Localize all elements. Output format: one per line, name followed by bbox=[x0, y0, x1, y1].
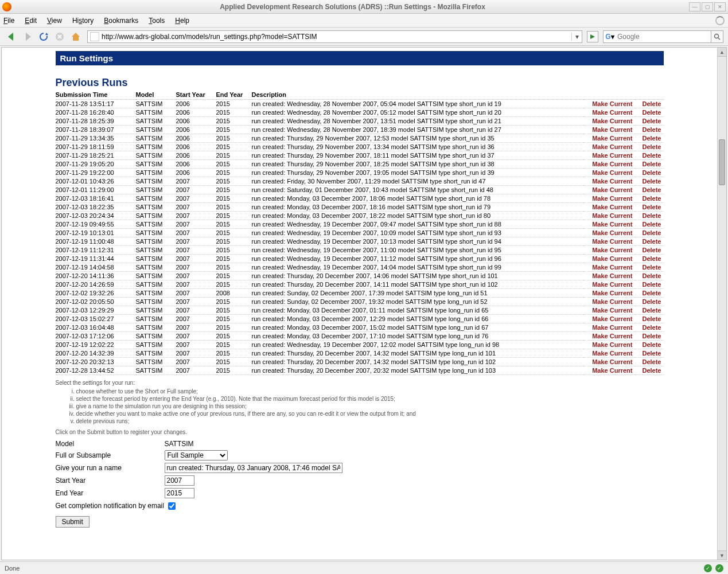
start-year-input[interactable] bbox=[165, 475, 194, 486]
menu-edit[interactable]: Edit bbox=[25, 17, 37, 25]
delete-link[interactable]: Delete bbox=[635, 263, 664, 272]
url-dropdown-button[interactable]: ▾ bbox=[571, 33, 582, 41]
make-current-link[interactable]: Make Current bbox=[583, 263, 635, 272]
make-current-link[interactable]: Make Current bbox=[583, 220, 635, 229]
make-current-link[interactable]: Make Current bbox=[583, 237, 635, 246]
go-button[interactable] bbox=[587, 31, 598, 42]
delete-link[interactable]: Delete bbox=[635, 237, 664, 246]
delete-link[interactable]: Delete bbox=[635, 151, 664, 160]
make-current-link[interactable]: Make Current bbox=[583, 366, 635, 375]
make-current-link[interactable]: Make Current bbox=[583, 151, 635, 160]
make-current-link[interactable]: Make Current bbox=[583, 117, 635, 126]
delete-link[interactable]: Delete bbox=[635, 341, 664, 349]
scroll-thumb[interactable] bbox=[719, 139, 725, 185]
sample-select[interactable]: Full Sample bbox=[165, 450, 228, 460]
make-current-link[interactable]: Make Current bbox=[583, 134, 635, 143]
table-row: 2007-12-03 20:24:34SATTSIM20072015run cr… bbox=[56, 212, 664, 220]
submit-button[interactable]: Submit bbox=[56, 516, 89, 528]
make-current-link[interactable]: Make Current bbox=[583, 203, 635, 212]
make-current-link[interactable]: Make Current bbox=[583, 306, 635, 315]
delete-link[interactable]: Delete bbox=[635, 366, 664, 375]
run-name-input[interactable] bbox=[165, 463, 342, 473]
delete-link[interactable]: Delete bbox=[635, 332, 664, 341]
vertical-scrollbar[interactable]: ▲ ▼ bbox=[717, 48, 726, 560]
make-current-link[interactable]: Make Current bbox=[583, 229, 635, 237]
delete-link[interactable]: Delete bbox=[635, 108, 664, 117]
search-button[interactable] bbox=[711, 30, 723, 43]
make-current-link[interactable]: Make Current bbox=[583, 280, 635, 289]
menu-tools[interactable]: Tools bbox=[149, 17, 165, 25]
forward-button[interactable] bbox=[21, 30, 34, 44]
make-current-link[interactable]: Make Current bbox=[583, 323, 635, 332]
minimize-button[interactable]: — bbox=[689, 2, 700, 11]
search-box[interactable]: G▾ bbox=[603, 30, 723, 43]
menu-view[interactable]: View bbox=[47, 17, 62, 25]
notify-checkbox[interactable] bbox=[168, 502, 176, 510]
scroll-up-button[interactable]: ▲ bbox=[718, 48, 726, 57]
menu-history[interactable]: History bbox=[72, 17, 94, 25]
delete-link[interactable]: Delete bbox=[635, 298, 664, 306]
make-current-link[interactable]: Make Current bbox=[583, 246, 635, 255]
make-current-link[interactable]: Make Current bbox=[583, 143, 635, 151]
make-current-link[interactable]: Make Current bbox=[583, 108, 635, 117]
cell-end: 2015 bbox=[216, 203, 252, 212]
delete-link[interactable]: Delete bbox=[635, 323, 664, 332]
delete-link[interactable]: Delete bbox=[635, 280, 664, 289]
delete-link[interactable]: Delete bbox=[635, 186, 664, 194]
end-year-input[interactable] bbox=[165, 488, 194, 498]
delete-link[interactable]: Delete bbox=[635, 169, 664, 177]
delete-link[interactable]: Delete bbox=[635, 203, 664, 212]
make-current-link[interactable]: Make Current bbox=[583, 186, 635, 194]
delete-link[interactable]: Delete bbox=[635, 143, 664, 151]
delete-link[interactable]: Delete bbox=[635, 272, 664, 280]
make-current-link[interactable]: Make Current bbox=[583, 212, 635, 220]
delete-link[interactable]: Delete bbox=[635, 212, 664, 220]
url-bar[interactable]: ▾ bbox=[87, 30, 582, 43]
menu-file[interactable]: File bbox=[3, 17, 14, 25]
reload-button[interactable] bbox=[37, 30, 50, 44]
make-current-link[interactable]: Make Current bbox=[583, 298, 635, 306]
make-current-link[interactable]: Make Current bbox=[583, 349, 635, 358]
make-current-link[interactable]: Make Current bbox=[583, 358, 635, 366]
delete-link[interactable]: Delete bbox=[635, 315, 664, 323]
delete-link[interactable]: Delete bbox=[635, 177, 664, 186]
delete-link[interactable]: Delete bbox=[635, 358, 664, 366]
close-button[interactable]: ✕ bbox=[714, 2, 726, 11]
delete-link[interactable]: Delete bbox=[635, 349, 664, 358]
menu-bookmarks[interactable]: Bookmarks bbox=[104, 17, 138, 25]
delete-link[interactable]: Delete bbox=[635, 126, 664, 134]
make-current-link[interactable]: Make Current bbox=[583, 315, 635, 323]
scroll-down-button[interactable]: ▼ bbox=[718, 550, 726, 560]
make-current-link[interactable]: Make Current bbox=[583, 332, 635, 341]
cell-description: run created: Monday, 03 December 2007, 1… bbox=[252, 203, 583, 212]
delete-link[interactable]: Delete bbox=[635, 160, 664, 169]
delete-link[interactable]: Delete bbox=[635, 194, 664, 203]
make-current-link[interactable]: Make Current bbox=[583, 194, 635, 203]
menu-help[interactable]: Help bbox=[175, 17, 189, 25]
search-input[interactable] bbox=[616, 32, 711, 41]
delete-link[interactable]: Delete bbox=[635, 306, 664, 315]
delete-link[interactable]: Delete bbox=[635, 117, 664, 126]
delete-link[interactable]: Delete bbox=[635, 220, 664, 229]
stop-button[interactable] bbox=[53, 30, 67, 44]
maximize-button[interactable]: ▢ bbox=[702, 2, 713, 11]
make-current-link[interactable]: Make Current bbox=[583, 160, 635, 169]
make-current-link[interactable]: Make Current bbox=[583, 177, 635, 186]
make-current-link[interactable]: Make Current bbox=[583, 126, 635, 134]
delete-link[interactable]: Delete bbox=[635, 134, 664, 143]
make-current-link[interactable]: Make Current bbox=[583, 272, 635, 280]
delete-link[interactable]: Delete bbox=[635, 229, 664, 237]
make-current-link[interactable]: Make Current bbox=[583, 100, 635, 108]
delete-link[interactable]: Delete bbox=[635, 255, 664, 263]
make-current-link[interactable]: Make Current bbox=[583, 169, 635, 177]
back-button[interactable] bbox=[5, 30, 18, 44]
url-input[interactable] bbox=[102, 31, 571, 42]
make-current-link[interactable]: Make Current bbox=[583, 289, 635, 298]
make-current-link[interactable]: Make Current bbox=[583, 255, 635, 263]
delete-link[interactable]: Delete bbox=[635, 246, 664, 255]
delete-link[interactable]: Delete bbox=[635, 100, 664, 108]
make-current-link[interactable]: Make Current bbox=[583, 341, 635, 349]
google-engine-icon[interactable]: G▾ bbox=[605, 32, 614, 41]
delete-link[interactable]: Delete bbox=[635, 289, 664, 298]
home-button[interactable] bbox=[69, 30, 83, 44]
